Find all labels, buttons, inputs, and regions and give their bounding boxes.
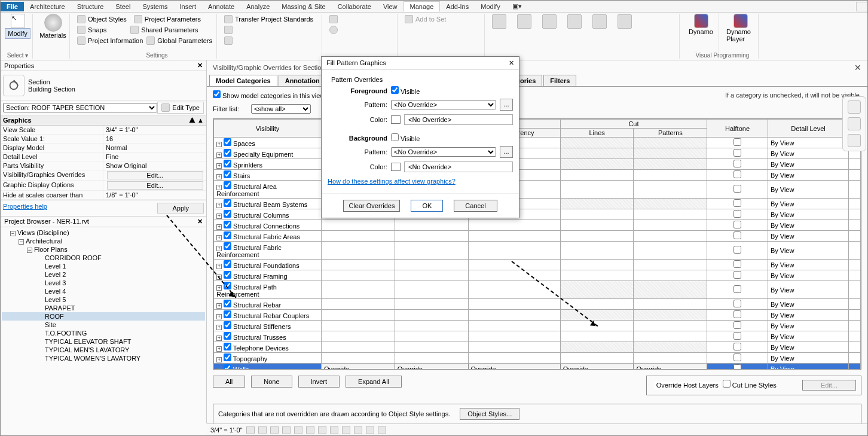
tab-steel[interactable]: Steel [109,2,136,11]
detail-level-cell[interactable]: By View [768,199,848,209]
override-cut-patterns-button[interactable]: Override... [634,364,707,370]
vg-row-name[interactable]: + Specialty Equipment [214,148,322,159]
halftone-checkbox[interactable] [707,281,768,299]
props-value[interactable]: 3/4" = 1'-0" [103,126,206,134]
vg-row-name[interactable]: + Topography [214,353,322,364]
detail-level-cell[interactable]: By View [768,242,848,260]
vg-row[interactable]: + Specialty EquipmentBy View [214,148,861,159]
props-value[interactable]: 16 [103,135,206,143]
transfer-std-button[interactable]: Transfer Project Standards [235,16,313,23]
detail-level-cell[interactable]: By View [768,321,848,331]
override-trans-button[interactable]: Override... [468,364,560,370]
nav-cube-icon[interactable] [848,134,861,147]
vg-row-name[interactable]: + Structural Foundations [214,260,322,270]
tree-item[interactable]: TYPICAL MEN'S LAVATORY [2,346,205,354]
status-icon-1[interactable] [246,426,255,434]
vg-row-name[interactable]: + Structural Fabric Reinforcement [214,242,322,260]
snaps-button[interactable]: Snaps [88,26,106,33]
vg-row[interactable]: + Structural Rebar CouplersBy View [214,310,861,321]
vg-row-name[interactable]: + Structural Trusses [214,331,322,342]
vg-row[interactable]: + Structural RebarBy View [214,299,861,310]
vg-row[interactable]: + Structural TrussesBy View [214,331,861,342]
grid-icon-4[interactable] [567,14,582,29]
vg-row-name[interactable]: + Structural Columns [214,209,322,220]
halftone-checkbox[interactable] [707,220,768,231]
project-browser-close-icon[interactable]: ✕ [197,218,203,225]
fpg-fg-pattern-more-button[interactable]: ... [500,99,513,111]
tab-systems[interactable]: Systems [136,2,173,11]
vg-row[interactable]: + Structural Fabric ReinforcementBy View [214,242,861,260]
vg-row-name[interactable]: + Structural Fabric Areas [214,231,322,242]
modify-button[interactable]: Modify [5,28,30,39]
halftone-checkbox[interactable] [707,199,768,209]
project-info-button[interactable]: Project Information [88,37,143,44]
tab-analyze[interactable]: Analyze [240,2,276,11]
vg-row[interactable]: + Structural Beam SystemsBy View [214,199,861,209]
vg-row-name[interactable]: + Telephone Devices [214,342,322,353]
expand-all-button[interactable]: Expand All [346,376,402,388]
status-icon-12[interactable] [378,426,386,434]
tree-item[interactable]: Level 3 [2,279,205,287]
global-params-button[interactable]: Global Parameters [157,37,212,44]
tree-item[interactable]: Level 1 [2,262,205,270]
tree-item[interactable]: Level 5 [2,295,205,304]
tab-massing[interactable]: Massing & Site [276,2,331,11]
status-icon-3[interactable] [270,426,279,434]
fpg-clear-overrides-button[interactable]: Clear Overrides [343,200,400,212]
instance-selector[interactable]: Section: ROOF TAPER SECTION [3,103,157,112]
vg-tab[interactable]: Model Categories [209,75,277,86]
tree-root[interactable]: −Views (Discipline) [2,228,205,237]
object-styles-button[interactable]: Object Styles... [460,408,519,420]
select-dropdown[interactable]: Select ▾ [3,51,32,59]
vg-row-name[interactable]: + Stairs [214,170,322,181]
status-icon-5[interactable] [294,426,302,434]
tree-item[interactable]: Site [2,321,205,329]
grid-icon-5[interactable] [592,14,607,29]
tree-item[interactable]: PARAPET [2,304,205,312]
all-button[interactable]: All [213,376,245,388]
status-icon-9[interactable] [342,426,350,434]
halftone-checkbox[interactable] [707,310,768,321]
props-row[interactable]: Parts VisibilityShow Original [1,161,206,170]
tree-item[interactable]: CORRIDOR ROOF [2,254,205,262]
props-group-graphics[interactable]: Graphics⯅ ▲ [1,115,206,126]
detail-level-cell[interactable]: By View [768,331,848,342]
tab-manage[interactable]: Manage [404,1,441,12]
halftone-checkbox[interactable] [707,364,768,370]
dynamo-button[interactable]: Dynamo [689,28,713,35]
misc-icon[interactable] [329,15,338,23]
tree-item[interactable]: T.O.FOOTING [2,329,205,337]
halftone-checkbox[interactable] [707,342,768,353]
vg-row-name[interactable]: + Structural Beam Systems [214,199,322,209]
tree-item[interactable]: ROOF [2,312,205,321]
override-lines-button[interactable]: Override... [322,364,395,370]
vg-row-name[interactable]: + Walls [214,364,322,370]
halftone-checkbox[interactable] [707,170,768,181]
detail-level-cell[interactable]: By View [768,353,848,364]
tab-modify[interactable]: Modify [475,2,506,11]
vg-tab[interactable]: Filters [543,75,576,86]
fpg-fg-color-swatch[interactable] [391,115,401,124]
properties-dock-icon[interactable] [856,2,868,11]
detail-level-cell[interactable]: By View [768,170,848,181]
vg-row-name[interactable]: + Structural Rebar [214,299,322,310]
fpg-help-link[interactable]: How do these settings affect view graphi… [328,174,456,188]
halftone-checkbox[interactable] [707,353,768,364]
project-params-button[interactable]: Project Parameters [145,16,201,23]
tab-context-icon[interactable]: ▣▾ [506,1,528,11]
tab-collaborate[interactable]: Collaborate [332,2,377,11]
show-categories-checkbox[interactable]: Show model categories in this view [213,90,325,99]
vg-row[interactable]: + Structural Path ReinforcementBy View [214,281,861,299]
vg-row-name[interactable]: + Structural Framing [214,270,322,281]
vg-row-name[interactable]: + Sprinklers [214,159,322,170]
vg-row[interactable]: + Structural FoundationsBy View [214,260,861,270]
override-patterns-button[interactable]: Override... [395,364,468,370]
fpg-bg-color-swatch[interactable] [391,163,401,171]
tree-item[interactable]: Level 2 [2,270,205,279]
tree-architectural[interactable]: −Architectural [2,237,205,245]
halftone-checkbox[interactable] [707,138,768,148]
invert-button[interactable]: Invert [298,376,340,388]
nav-wheel-icon[interactable] [848,100,861,114]
col-cut-lines[interactable]: Lines [560,129,634,138]
fpg-ok-button[interactable]: OK [411,200,443,212]
